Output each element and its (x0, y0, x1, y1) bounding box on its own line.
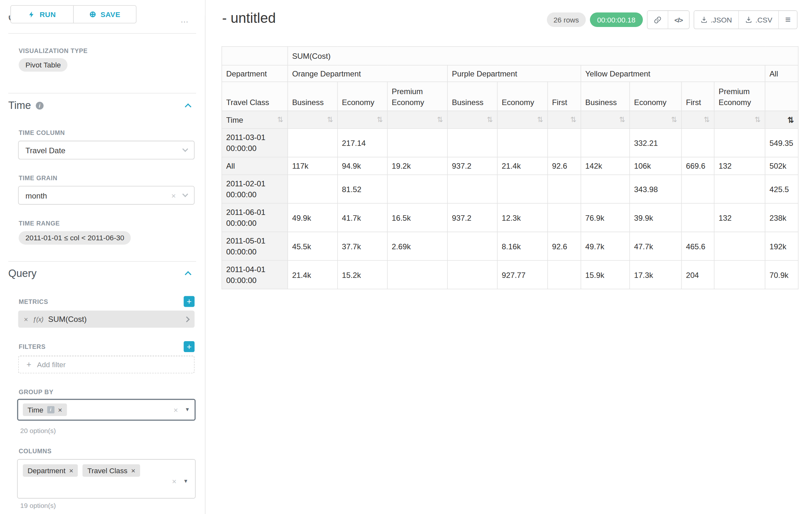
chevron-right-icon[interactable] (184, 316, 190, 322)
chart-menu-button[interactable]: ≡ (779, 11, 797, 29)
time-grain-label: TIME GRAIN (19, 174, 57, 182)
travel-class-header: First (682, 82, 714, 111)
export-csv-button[interactable]: .CSV (738, 11, 779, 29)
remove-icon[interactable]: × (69, 467, 73, 474)
remove-icon[interactable]: × (24, 315, 28, 323)
pivot-cell: 669.6 (682, 157, 714, 175)
time-sort-cell[interactable]: Time ⇅ (222, 111, 288, 129)
remove-icon[interactable]: × (58, 406, 62, 413)
add-filter-button[interactable]: + Add filter (18, 356, 195, 373)
department-header: Yellow Department (581, 65, 765, 82)
add-filter-plus-button[interactable]: + (183, 341, 195, 352)
sort-header-cell[interactable]: ⇅ (338, 111, 387, 129)
metric-pill[interactable]: × ƒ(x) SUM(Cost) (18, 310, 195, 328)
export-group: .JSON .CSV ≡ (694, 10, 798, 29)
viz-type-pill[interactable]: Pivot Table (19, 58, 67, 72)
column-pill[interactable]: Travel Class× (83, 464, 140, 477)
row-header: 2011-02-01 00:00:00 (222, 175, 288, 204)
save-button[interactable]: ⊕ SAVE (73, 6, 136, 23)
sort-icon[interactable]: ⇅ (377, 114, 383, 125)
sort-icon[interactable]: ⇅ (671, 114, 677, 125)
sort-desc-icon[interactable]: ⇅ (787, 114, 794, 125)
run-button[interactable]: RUN (11, 6, 73, 23)
pivot-cell (714, 129, 765, 157)
pivot-cell: 332.21 (630, 129, 682, 157)
remove-icon[interactable]: × (131, 467, 135, 474)
pivot-cell (581, 175, 630, 204)
sort-icon[interactable]: ⇅ (437, 114, 443, 125)
sort-header-cell[interactable]: ⇅ (447, 111, 497, 129)
plus-icon: + (26, 360, 31, 369)
sort-icon[interactable]: ⇅ (570, 114, 576, 125)
travel-class-header: Business (288, 82, 337, 111)
sort-icon[interactable]: ⇅ (619, 114, 625, 125)
sort-header-cell[interactable]: ⇅ (765, 111, 799, 129)
clear-icon[interactable]: × (171, 191, 176, 199)
pivot-table: SUM(Cost) Department Orange DepartmentPu… (222, 46, 799, 290)
pivot-cell: 132 (714, 204, 765, 232)
pivot-cell: 92.6 (548, 157, 581, 175)
add-filter-label: Add filter (37, 360, 65, 369)
sort-icon[interactable]: ⇅ (704, 114, 710, 125)
sort-icon[interactable]: ⇅ (755, 114, 761, 125)
copy-link-button[interactable] (647, 11, 668, 29)
pivot-cell (548, 204, 581, 232)
save-label: SAVE (100, 10, 120, 19)
result-toolbar: 26 rows 00:00:00.18 </> (547, 10, 798, 29)
pivot-row: 2011-02-01 00:00:0081.52343.98425.5 (222, 175, 798, 204)
pivot-row: 2011-06-01 00:00:0049.9k41.7k16.5k937.21… (222, 204, 798, 232)
group-by-pill[interactable]: Time i × (23, 404, 67, 416)
sort-icon[interactable]: ⇅ (327, 114, 333, 125)
sort-header-cell[interactable]: ⇅ (497, 111, 548, 129)
sort-header-cell[interactable]: ⇅ (548, 111, 581, 129)
pivot-cell: 2.69k (387, 232, 448, 261)
sort-icon[interactable]: ⇅ (487, 114, 493, 125)
pivot-cell: 19.2k (387, 157, 448, 175)
section-options-icon[interactable]: ⋯ (181, 17, 190, 26)
pivot-cell (497, 129, 548, 157)
sort-header-cell[interactable]: ⇅ (387, 111, 448, 129)
pivot-cell (447, 232, 497, 261)
sort-header-cell[interactable]: ⇅ (682, 111, 714, 129)
clear-icon[interactable]: × (172, 477, 176, 485)
query-timer-badge: 00:00:00.18 (590, 12, 643, 27)
department-header: Orange Department (288, 65, 447, 82)
pivot-row: 2011-03-01 00:00:00217.14332.21549.35 (222, 129, 798, 157)
sort-header-cell[interactable]: ⇅ (288, 111, 337, 129)
chevron-up-icon[interactable] (185, 271, 192, 278)
add-metric-button[interactable]: + (183, 296, 195, 307)
group-by-label: GROUP BY (19, 388, 53, 396)
time-section-header[interactable]: Time i (8, 100, 43, 111)
time-grain-select[interactable]: month × (18, 186, 195, 205)
time-column-select[interactable]: Travel Date (18, 141, 195, 159)
time-dimension-label: Time (226, 114, 243, 125)
group-by-select[interactable]: Time i × × ▼ (17, 399, 196, 421)
query-section-header[interactable]: Query (8, 268, 37, 279)
chevron-up-icon[interactable] (185, 104, 192, 110)
clear-icon[interactable]: × (173, 406, 178, 413)
time-range-pill[interactable]: 2011-01-01 ≤ col < 2011-06-30 (19, 231, 131, 244)
column-pill[interactable]: Department× (23, 464, 78, 477)
pivot-cell: 927.77 (497, 261, 548, 289)
function-icon: ƒ(x) (33, 316, 43, 323)
export-json-button[interactable]: .JSON (694, 11, 738, 29)
metric-header: SUM(Cost) (288, 47, 798, 65)
column-pill-label: Travel Class (87, 466, 127, 475)
pivot-cell: 549.35 (765, 129, 799, 157)
pivot-cell: 217.14 (338, 129, 387, 157)
chart-title[interactable]: - untitled (222, 10, 276, 26)
sort-icon[interactable]: ⇅ (537, 114, 543, 125)
pivot-cell (714, 175, 765, 204)
pivot-cell: 17.3k (630, 261, 682, 289)
columns-select[interactable]: Department×Travel Class× × ▼ (17, 459, 196, 498)
sort-icon[interactable]: ⇅ (277, 114, 283, 125)
time-column-value: Travel Date (25, 145, 65, 154)
divider (8, 93, 196, 93)
pivot-cell: 142k (581, 157, 630, 175)
sort-header-cell[interactable]: ⇅ (581, 111, 630, 129)
sort-header-cell[interactable]: ⇅ (630, 111, 682, 129)
embed-code-button[interactable]: </> (668, 11, 689, 29)
pivot-row: 2011-05-01 00:00:0045.5k37.7k2.69k8.16k9… (222, 232, 798, 261)
caret-down-icon: ▼ (185, 407, 190, 412)
sort-header-cell[interactable]: ⇅ (714, 111, 765, 129)
